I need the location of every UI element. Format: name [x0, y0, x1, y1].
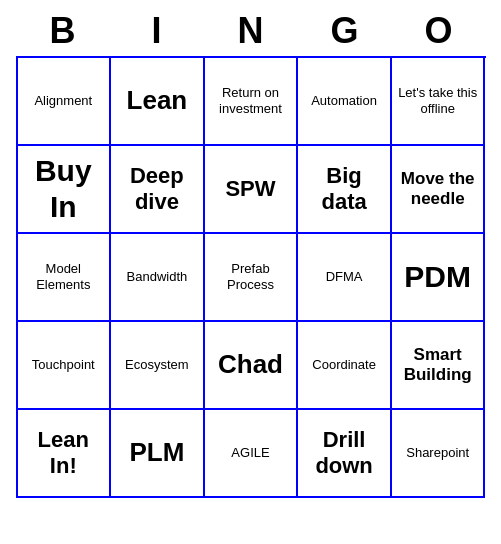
cell-12: Prefab Process — [205, 234, 299, 322]
cell-23: Drill down — [298, 410, 392, 498]
letter-i: I — [113, 10, 201, 52]
cell-21: PLM — [111, 410, 205, 498]
cell-2: Return on investment — [205, 58, 299, 146]
bingo-title: B I N G O — [16, 10, 486, 52]
cell-17: Chad — [205, 322, 299, 410]
cell-8: Big data — [298, 146, 392, 234]
cell-9: Move the needle — [392, 146, 486, 234]
cell-24: Sharepoint — [392, 410, 486, 498]
cell-11: Bandwidth — [111, 234, 205, 322]
cell-7: SPW — [205, 146, 299, 234]
letter-n: N — [207, 10, 295, 52]
cell-0: Alignment — [18, 58, 112, 146]
cell-22: AGILE — [205, 410, 299, 498]
cell-4: Let's take this offline — [392, 58, 486, 146]
cell-14: PDM — [392, 234, 486, 322]
letter-b: B — [19, 10, 107, 52]
cell-18: Coordinate — [298, 322, 392, 410]
cell-16: Ecosystem — [111, 322, 205, 410]
cell-10: Model Elements — [18, 234, 112, 322]
cell-6: Deep dive — [111, 146, 205, 234]
cell-19: Smart Building — [392, 322, 486, 410]
letter-o: O — [395, 10, 483, 52]
cell-20: Lean In! — [18, 410, 112, 498]
cell-13: DFMA — [298, 234, 392, 322]
cell-3: Automation — [298, 58, 392, 146]
cell-5: Buy In — [18, 146, 112, 234]
cell-1: Lean — [111, 58, 205, 146]
cell-15: Touchpoint — [18, 322, 112, 410]
bingo-grid: AlignmentLeanReturn on investmentAutomat… — [16, 56, 486, 498]
letter-g: G — [301, 10, 389, 52]
